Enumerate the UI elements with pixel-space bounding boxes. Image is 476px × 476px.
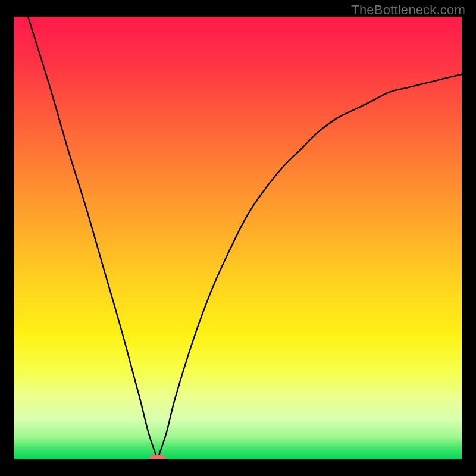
gradient-background xyxy=(14,17,462,459)
svg-rect-0 xyxy=(149,455,166,459)
plot-area xyxy=(14,17,462,459)
watermark-text: TheBottleneck.com xyxy=(351,2,465,18)
chart-svg xyxy=(14,17,462,459)
chart-frame: TheBottleneck.com xyxy=(0,0,476,476)
cusp-marker xyxy=(149,455,166,459)
